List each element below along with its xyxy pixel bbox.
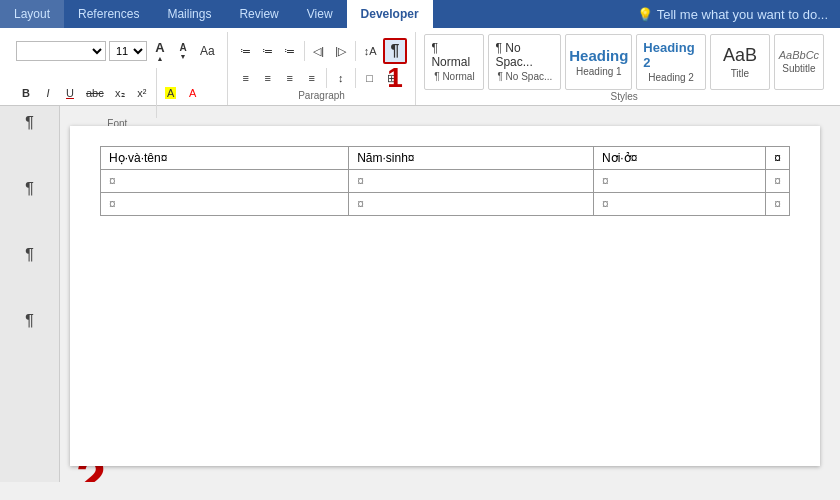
pilcrow-r2c1: ¤ [109, 197, 116, 211]
styles-group-label: Styles [416, 91, 832, 105]
bold-btn[interactable]: B [16, 83, 36, 103]
para-mark-3: ¶ [4, 246, 55, 264]
line-spacing-btn[interactable]: ↕ [331, 68, 351, 88]
style-title[interactable]: AaB Title [710, 34, 770, 90]
numbering-btn[interactable]: ≔ [258, 41, 278, 61]
ribbon: Layout References Mailings Review View D… [0, 0, 840, 106]
sort-btn[interactable]: ↕A [360, 41, 381, 61]
document-area: ¶ ¶ ¶ ¶ 2 Họ·và·tên¤ Năm·sinh¤ [0, 106, 840, 482]
underline-icon: U [66, 87, 74, 99]
pilcrow-icon: ¶ [391, 42, 400, 60]
tab-layout[interactable]: Layout [0, 0, 64, 28]
style-heading1-preview: Heading [569, 47, 628, 64]
col-header-name: Họ·và·tên¤ [101, 147, 349, 170]
pilcrow-r1c2: ¤ [357, 174, 364, 188]
style-heading2-preview: Heading 2 [643, 40, 699, 70]
cell-row2-col3: ¤ [593, 193, 765, 216]
annotation-1: 1 [387, 62, 403, 94]
table-row: ¤ ¤ ¤ ¤ [101, 193, 790, 216]
font-name-select[interactable] [16, 41, 106, 61]
style-heading2-label: Heading 2 [648, 72, 694, 83]
divider3 [355, 41, 356, 61]
align-center-btn[interactable]: ≡ [258, 68, 278, 88]
cell-row2-col2: ¤ [349, 193, 594, 216]
search-bar[interactable]: 💡 Tell me what you want to do... [625, 0, 840, 28]
style-no-spacing-label: ¶ No Spac... [497, 71, 552, 82]
multilevel-btn[interactable]: ≔ [280, 41, 300, 61]
align-right-btn[interactable]: ≡ [280, 68, 300, 88]
clear-format-btn[interactable]: Aa [196, 41, 219, 61]
style-title-label: Title [731, 68, 750, 79]
pilcrow-r1c4: ¤ [774, 174, 781, 188]
header-address-text: Nơi·ở¤ [602, 151, 637, 165]
show-formatting-btn[interactable]: ¶ 1 [383, 38, 408, 64]
style-heading2[interactable]: Heading 2 Heading 2 [636, 34, 706, 90]
superscript-btn[interactable]: x² [132, 83, 152, 103]
para-mark-4: ¶ [4, 312, 55, 330]
bullets-btn[interactable]: ≔ [236, 41, 256, 61]
style-normal-label: ¶ Normal [434, 71, 474, 82]
align-left-btn[interactable]: ≡ [236, 68, 256, 88]
subscript-icon: x₂ [115, 87, 125, 100]
style-subtitle-label: Subtitle [782, 63, 815, 74]
table-header-row: Họ·và·tên¤ Năm·sinh¤ Nơi·ở¤ ¤ [101, 147, 790, 170]
divider5 [355, 68, 356, 88]
cell-row1-col2: ¤ [349, 170, 594, 193]
tab-bar: Layout References Mailings Review View D… [0, 0, 840, 28]
justify-btn[interactable]: ≡ [302, 68, 322, 88]
style-normal[interactable]: ¶ Normal ¶ Normal [424, 34, 484, 90]
para-mark-1: ¶ [4, 114, 55, 132]
tab-developer[interactable]: Developer [347, 0, 433, 28]
toolbar: 11 A ▲ A ▼ Aa [0, 28, 840, 106]
search-icon: 💡 [637, 7, 653, 22]
pilcrow-r2c3: ¤ [602, 197, 609, 211]
align-center-icon: ≡ [264, 72, 270, 84]
table-row: ¤ ¤ ¤ ¤ [101, 170, 790, 193]
style-subtitle[interactable]: AaBbCc Subtitle [774, 34, 824, 90]
underline-btn[interactable]: U [60, 83, 80, 103]
cell-row2-col4: ¤ [766, 193, 790, 216]
tab-mailings[interactable]: Mailings [153, 0, 225, 28]
tab-references[interactable]: References [64, 0, 153, 28]
sort-icon: ↕A [364, 45, 377, 57]
para-mark-2: ¶ [4, 180, 55, 198]
cell-row1-col3: ¤ [593, 170, 765, 193]
subscript-btn[interactable]: x₂ [110, 83, 130, 103]
para-row-2: ≡ ≡ ≡ ≡ ↕ □ ⊞ [236, 68, 402, 88]
style-no-spacing[interactable]: ¶ No Spac... ¶ No Spac... [488, 34, 561, 90]
bullets-icon: ≔ [240, 45, 251, 58]
tab-view[interactable]: View [293, 0, 347, 28]
increase-indent-btn[interactable]: |▷ [331, 41, 351, 61]
paragraph-controls: ≔ ≔ ≔ ◁| |▷ ↕A ¶ 1 ≡ ≡ [236, 34, 408, 90]
strikethrough-btn[interactable]: abc [82, 83, 108, 103]
col-header-birth: Năm·sinh¤ [349, 147, 594, 170]
paragraph-group: ≔ ≔ ≔ ◁| |▷ ↕A ¶ 1 ≡ ≡ [228, 32, 417, 105]
style-heading1[interactable]: Heading Heading 1 [565, 34, 632, 90]
font-top-row: 11 A ▲ A ▼ Aa [16, 38, 219, 64]
font-color-icon: A [189, 87, 196, 99]
font-grow-btn[interactable]: A ▲ [150, 38, 170, 64]
header-birth-text: Năm·sinh¤ [357, 151, 414, 165]
page-area: Họ·và·tên¤ Năm·sinh¤ Nơi·ở¤ ¤ [60, 106, 840, 482]
search-text: Tell me what you want to do... [657, 7, 828, 22]
increase-indent-icon: |▷ [335, 45, 346, 58]
styles-area: ¶ Normal ¶ Normal ¶ No Spac... ¶ No Spac… [416, 32, 832, 91]
shading-icon: □ [366, 72, 373, 84]
para-row-1: ≔ ≔ ≔ ◁| |▷ ↕A ¶ 1 [236, 38, 408, 64]
font-shrink-btn[interactable]: A ▼ [173, 40, 193, 62]
decrease-indent-btn[interactable]: ◁| [309, 41, 329, 61]
divider2 [304, 41, 305, 61]
styles-section: ¶ Normal ¶ Normal ¶ No Spac... ¶ No Spac… [416, 32, 832, 105]
tab-review[interactable]: Review [225, 0, 292, 28]
font-size-select[interactable]: 11 [109, 41, 147, 61]
text-highlight-btn[interactable]: A [161, 83, 181, 103]
shading-btn[interactable]: □ [360, 68, 380, 88]
style-normal-preview: ¶ Normal [431, 41, 477, 69]
style-heading1-label: Heading 1 [576, 66, 622, 77]
italic-icon: I [46, 87, 49, 99]
cell-row2-col1: ¤ [101, 193, 349, 216]
italic-btn[interactable]: I [38, 83, 58, 103]
font-color-btn[interactable]: A [183, 83, 203, 103]
header-extra-text: ¤ [774, 151, 781, 165]
font-shrink-icon: A [179, 42, 186, 53]
